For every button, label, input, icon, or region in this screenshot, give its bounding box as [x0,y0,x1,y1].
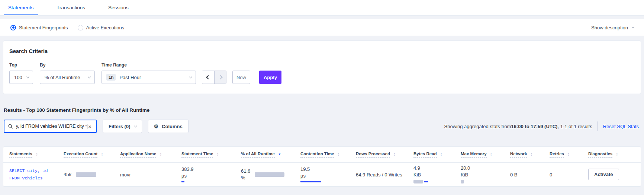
columns-button-label: Columns [162,124,183,129]
column-header-rows-processed[interactable]: Rows Processed ▲▼ [356,152,413,158]
top-select[interactable]: 100 [9,71,33,84]
sort-icon[interactable]: ▲▼ [567,153,570,156]
column-header-diagnostics[interactable]: Diagnostics ▲▼ [588,152,635,158]
sort-icon[interactable]: ▲▼ [616,153,618,156]
activate-diagnostics-button[interactable]: Activate [588,169,619,180]
by-label: By [40,62,95,68]
column-header-bytes-read[interactable]: Bytes Read ▲▼ [413,152,461,158]
sql-activity-tabbar: Statements Transactions Sessions [0,0,644,16]
sort-icon[interactable]: ▲▼ [216,153,219,156]
stats-text-suffix: , 1-1 of 1 results [557,124,592,129]
sort-icon[interactable]: ▲▼ [36,153,38,156]
time-window-nav [202,71,226,84]
time-range-badge: 1h [106,74,116,81]
rows-processed-cell: 64.9 Reads / 0 Writes [356,172,402,178]
radio-statement-fingerprints[interactable]: Statement Fingerprints [10,25,68,30]
search-icon [8,124,13,129]
sort-icon[interactable]: ▲▼ [101,153,103,156]
bytes-read-bar [413,180,423,183]
aggregated-stats-summary: Showing aggregated stats from 16:00 to 1… [444,121,640,131]
columns-button[interactable]: ⚙ Columns [148,120,189,133]
max-memory-bar [461,180,464,183]
contention-time-bar [300,181,321,182]
time-range-value: Past Hour [119,75,141,80]
show-description-toggle[interactable]: Show description [591,25,634,30]
execution-count-bar [76,172,96,177]
column-header-max-memory[interactable]: Max Memory ▲▼ [461,152,510,158]
search-criteria-card: Search Criteria Top 100 By % of All Runt… [3,40,641,94]
stats-time-range: 16:00 to 17:59 (UTC) [511,124,557,129]
by-select[interactable]: % of All Runtime [40,71,95,84]
clear-search-icon[interactable]: × [87,123,92,130]
results-heading: Results - Top 100 Statement Fingerprints… [4,107,644,113]
statement-time-bar [181,181,184,182]
filters-button[interactable]: Filters (0) [103,120,142,133]
sort-icon[interactable]: ▲▼ [393,153,396,156]
sort-icon[interactable]: ▲▼ [530,153,532,156]
statements-table: Statements ▲▼ Execution Count ▲▼ Applica… [3,146,641,187]
radio-unselected-icon[interactable] [78,25,83,30]
statement-time-cell: 383.9 µs [181,166,241,182]
chevron-left-icon [206,75,210,79]
chevron-down-icon [26,75,29,78]
column-header-application-name[interactable]: Application Name ▲▼ [120,152,181,158]
sort-icon[interactable]: ▲▼ [490,153,492,156]
previous-time-window-button[interactable] [202,71,214,84]
tab-transactions[interactable]: Transactions [52,0,90,15]
sort-icon[interactable]: ▲▼ [160,153,162,156]
column-header-contention-time[interactable]: Contention Time ▲▼ [300,152,356,158]
chevron-down-icon [189,75,192,78]
radio-active-executions[interactable]: Active Executions [78,25,125,30]
column-header-retries[interactable]: Retries ▲▼ [550,152,588,158]
show-description-label: Show description [591,25,628,30]
pct-of-all-runtime-cell: 61.6 % [241,168,300,181]
now-button[interactable]: Now [232,71,250,84]
pct-of-all-runtime-bar [255,172,284,177]
column-header-statements[interactable]: Statements ▲▼ [9,152,64,158]
top-label: Top [9,62,33,68]
stats-text-prefix: Showing aggregated stats from [444,124,511,129]
max-memory-cell: 20.0 KiB [461,165,510,183]
top-field: Top 100 [9,62,33,84]
tab-statements[interactable]: Statements [4,0,38,15]
divider [598,121,598,131]
radio-active-executions-label: Active Executions [86,25,125,30]
next-time-window-button[interactable] [214,71,226,84]
application-name-cell: movr [120,172,131,178]
time-range-select[interactable]: 1h Past Hour [102,71,196,84]
time-range-label: Time Range [102,62,196,68]
apply-button[interactable]: Apply [259,71,281,84]
contention-time-cell: 19.5 µs [300,166,356,182]
sort-desc-active-icon[interactable]: ▼ [278,153,281,156]
table-row: SELECT city, id FROM vehicles 45k movr 3… [3,162,641,186]
reset-sql-stats-link[interactable]: Reset SQL Stats [603,124,639,129]
column-header-statement-time[interactable]: Statement Time ▲▼ [181,152,241,158]
network-cell: 0 B [510,172,518,178]
sort-icon[interactable]: ▲▼ [338,153,340,156]
tab-sessions[interactable]: Sessions [104,0,133,15]
by-select-value: % of All Runtime [45,75,80,80]
chevron-down-icon [88,75,91,78]
radio-selected-icon[interactable] [10,25,16,30]
search-criteria-title: Search Criteria [9,48,635,54]
bytes-read-bar-blue [424,181,428,182]
by-field: By % of All Runtime [33,62,95,84]
time-range-field: Time Range 1h Past Hour [95,62,196,84]
statement-fingerprint-link[interactable]: SELECT city, id FROM vehicles [9,167,56,182]
execution-count-cell: 45k [64,172,120,177]
filters-button-label: Filters (0) [109,124,131,129]
top-select-value: 100 [14,75,22,80]
filter-row: y, id FROM vehicles WHERE city = $1 × Fi… [4,120,640,133]
view-toggle-group: Statement Fingerprints Active Executions [10,25,124,30]
sort-icon[interactable]: ▲▼ [440,153,442,156]
column-header-execution-count[interactable]: Execution Count ▲▼ [64,152,120,158]
search-input-value: y, id FROM vehicles WHERE city = $1 [16,124,87,129]
column-header-pct-of-all-runtime[interactable]: % of All Runtime ▼ [241,152,300,158]
table-header-row: Statements ▲▼ Execution Count ▲▼ Applica… [3,147,641,162]
bytes-read-cell: 4.9 KiB [413,165,461,183]
view-toggle-bar: Statement Fingerprints Active Executions… [0,19,644,36]
search-input[interactable]: y, id FROM vehicles WHERE city = $1 × [4,120,97,133]
chevron-down-icon [134,124,137,127]
chevron-right-icon [218,75,222,79]
column-header-network[interactable]: Network ▲▼ [510,152,550,158]
